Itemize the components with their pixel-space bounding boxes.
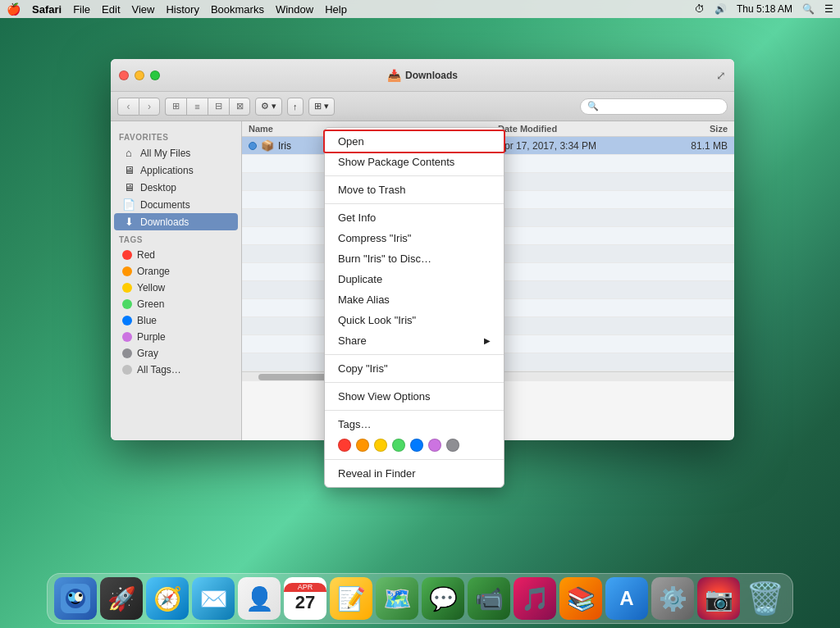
menubar-file[interactable]: File: [73, 3, 90, 16]
time-machine-icon: ⏱: [695, 3, 705, 15]
dock-aperture[interactable]: 📷: [697, 577, 740, 620]
column-date[interactable]: Date Modified: [498, 124, 662, 134]
dock-mail[interactable]: ✉️: [192, 577, 235, 620]
dock-notes[interactable]: 📝: [330, 577, 372, 620]
sidebar-item-documents[interactable]: 📄 Documents: [114, 196, 238, 213]
list-view-button[interactable]: ≡: [186, 98, 208, 116]
menubar-right: ⏱ 🔊 Thu 5:18 AM 🔍 ☰: [695, 3, 833, 15]
sidebar-tag-gray[interactable]: Gray: [114, 345, 238, 362]
context-menu-tags[interactable]: Tags…: [325, 414, 504, 435]
sidebar-item-applications[interactable]: 🖥 Applications: [114, 162, 238, 179]
minimize-button[interactable]: [135, 71, 144, 80]
tag-color-gray[interactable]: [446, 439, 459, 452]
tag-color-yellow[interactable]: [374, 439, 387, 452]
context-menu-reveal-in-finder[interactable]: Reveal in Finder: [325, 463, 504, 484]
tag-color-blue[interactable]: [410, 439, 423, 452]
sidebar-tag-green[interactable]: Green: [114, 296, 238, 312]
ctx-separator-6: [325, 459, 504, 460]
yellow-dot: [122, 283, 132, 293]
maximize-button[interactable]: [150, 71, 160, 80]
menubar-search-icon[interactable]: 🔍: [802, 3, 815, 15]
menubar-help[interactable]: Help: [325, 3, 347, 16]
dock-finder[interactable]: [54, 577, 97, 620]
dock: 🚀 🧭 ✉️ 👤 APR 27 📝 🗺️ 💬 📹 🎵: [47, 573, 793, 624]
sidebar-tag-purple[interactable]: Purple: [114, 329, 238, 345]
svg-point-4: [69, 594, 72, 597]
icon-view-button[interactable]: ⊞: [165, 98, 186, 116]
sidebar-tag-yellow[interactable]: Yellow: [114, 280, 238, 296]
column-view-button[interactable]: ⊟: [208, 98, 229, 116]
context-menu-quick-look[interactable]: Quick Look "Iris": [325, 310, 504, 330]
desktop-icon: 🖥: [122, 181, 135, 193]
sidebar-tag-blue[interactable]: Blue: [114, 312, 238, 329]
sidebar-item-desktop[interactable]: 🖥 Desktop: [114, 179, 238, 196]
context-menu-get-info[interactable]: Get Info: [325, 207, 504, 228]
sidebar-item-all-my-files[interactable]: ⌂ All My Files: [114, 144, 238, 162]
green-dot: [122, 299, 132, 309]
menubar-list-icon[interactable]: ☰: [824, 3, 833, 15]
sidebar-all-tags[interactable]: All Tags…: [114, 362, 238, 378]
column-size[interactable]: Size: [662, 124, 728, 134]
tag-color-orange[interactable]: [356, 439, 369, 452]
context-menu-burn[interactable]: Burn "Iris" to Disc…: [325, 248, 504, 269]
context-menu-duplicate[interactable]: Duplicate: [325, 269, 504, 289]
back-button[interactable]: ‹: [117, 98, 139, 116]
coverflow-view-button[interactable]: ⊠: [229, 98, 250, 116]
tag-color-purple[interactable]: [428, 439, 441, 452]
context-menu-compress-label: Compress "Iris": [338, 232, 411, 244]
sidebar-tag-red[interactable]: Red: [114, 247, 238, 263]
forward-button[interactable]: ›: [139, 98, 160, 116]
context-menu-share[interactable]: Share ▶: [325, 330, 504, 351]
apple-menu[interactable]: 🍎: [7, 2, 21, 16]
context-menu-open[interactable]: Open: [323, 130, 505, 153]
dock-ibooks[interactable]: 📚: [559, 577, 602, 620]
submenu-arrow-icon: ▶: [484, 336, 491, 345]
menubar-edit[interactable]: Edit: [102, 3, 120, 16]
dock-calendar[interactable]: APR 27: [284, 577, 326, 620]
context-menu-show-view-options[interactable]: Show View Options: [325, 386, 504, 407]
dock-facetime[interactable]: 📹: [468, 577, 510, 620]
file-type-icon: 📦: [261, 139, 274, 152]
nav-buttons: ‹ ›: [117, 98, 160, 116]
menubar-app-name[interactable]: Safari: [32, 3, 62, 16]
purple-dot: [122, 332, 132, 342]
dock-itunes[interactable]: 🎵: [514, 577, 556, 620]
tag-color-red[interactable]: [338, 439, 351, 452]
dock-trash[interactable]: 🗑️: [743, 577, 786, 620]
dock-contacts[interactable]: 👤: [238, 577, 281, 620]
context-menu-show-package-contents[interactable]: Show Package Contents: [325, 152, 504, 172]
dock-launchpad[interactable]: 🚀: [100, 577, 143, 620]
volume-icon[interactable]: 🔊: [714, 3, 727, 15]
action-button[interactable]: ⚙ ▾: [255, 98, 282, 116]
menubar-bookmarks[interactable]: Bookmarks: [211, 3, 264, 16]
dock-safari[interactable]: 🧭: [146, 577, 189, 620]
context-menu-compress[interactable]: Compress "Iris": [325, 228, 504, 248]
context-menu-copy-iris[interactable]: Copy "Iris": [325, 358, 504, 379]
menubar-window[interactable]: Window: [276, 3, 313, 16]
maps-icon: 🗺️: [383, 585, 412, 612]
orange-dot: [122, 266, 132, 276]
search-field[interactable]: 🔍: [580, 98, 728, 115]
appstore-icon: A: [619, 587, 633, 610]
launchpad-icon: 🚀: [107, 585, 136, 612]
context-menu-move-to-trash-label: Move to Trash: [338, 184, 405, 196]
dock-messages[interactable]: 💬: [422, 577, 464, 620]
share-button[interactable]: ↑: [287, 98, 304, 116]
close-button[interactable]: [119, 71, 129, 80]
file-size: 81.1 MB: [662, 140, 728, 152]
menubar-view[interactable]: View: [132, 3, 155, 16]
tag-color-green[interactable]: [392, 439, 405, 452]
sidebar-item-downloads[interactable]: ⬇ Downloads: [114, 213, 238, 230]
file-color-indicator: [249, 142, 257, 150]
sidebar-tag-orange[interactable]: Orange: [114, 263, 238, 280]
context-menu-move-to-trash[interactable]: Move to Trash: [325, 180, 504, 200]
menubar-history[interactable]: History: [166, 3, 199, 16]
arrange-button[interactable]: ⊞ ▾: [308, 98, 335, 116]
itunes-icon: 🎵: [521, 585, 550, 612]
expand-button[interactable]: ⤢: [716, 69, 726, 82]
dock-appstore[interactable]: A: [605, 577, 648, 620]
ctx-separator-2: [325, 203, 504, 204]
context-menu-make-alias[interactable]: Make Alias: [325, 289, 504, 310]
dock-system-preferences[interactable]: ⚙️: [651, 577, 694, 620]
dock-maps[interactable]: 🗺️: [376, 577, 418, 620]
